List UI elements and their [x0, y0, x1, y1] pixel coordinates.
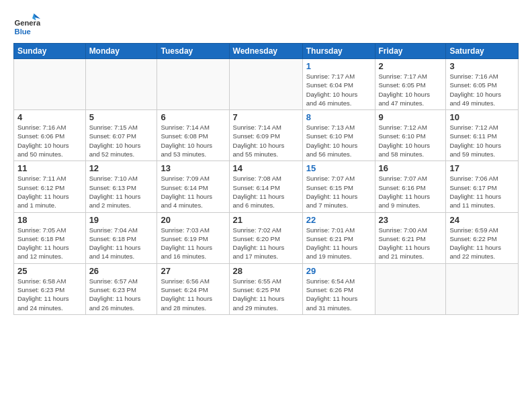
day-number: 17: [449, 163, 515, 173]
day-info: Sunrise: 7:07 AM Sunset: 6:16 PM Dayligh…: [379, 174, 443, 210]
day-number: 16: [379, 163, 443, 173]
day-number: 8: [306, 112, 371, 122]
day-number: 18: [17, 215, 82, 225]
day-number: 2: [379, 61, 443, 71]
day-number: 12: [89, 163, 154, 173]
day-number: 3: [449, 61, 515, 71]
calendar-cell: 1Sunrise: 7:17 AM Sunset: 6:04 PM Daylig…: [302, 59, 375, 110]
calendar-cell: 9Sunrise: 7:12 AM Sunset: 6:10 PM Daylig…: [375, 110, 446, 161]
day-info: Sunrise: 7:12 AM Sunset: 6:10 PM Dayligh…: [379, 123, 443, 158]
calendar-table: SundayMondayTuesdayWednesdayThursdayFrid…: [13, 43, 519, 315]
calendar-week-1: 4Sunrise: 7:16 AM Sunset: 6:06 PM Daylig…: [14, 110, 519, 161]
header: General Blue: [13, 11, 519, 38]
day-info: Sunrise: 6:55 AM Sunset: 6:25 PM Dayligh…: [233, 277, 299, 312]
day-info: Sunrise: 7:16 AM Sunset: 6:05 PM Dayligh…: [449, 72, 515, 107]
calendar-cell: [14, 59, 86, 110]
calendar-cell: 27Sunrise: 6:56 AM Sunset: 6:24 PM Dayli…: [157, 263, 229, 314]
calendar-cell: 4Sunrise: 7:16 AM Sunset: 6:06 PM Daylig…: [14, 110, 86, 161]
day-info: Sunrise: 6:56 AM Sunset: 6:24 PM Dayligh…: [161, 277, 225, 312]
calendar-cell: 29Sunrise: 6:54 AM Sunset: 6:26 PM Dayli…: [302, 263, 375, 314]
calendar-cell: 15Sunrise: 7:07 AM Sunset: 6:15 PM Dayli…: [302, 161, 375, 212]
logo-bird-icon: General Blue: [13, 11, 40, 38]
calendar-cell: 7Sunrise: 7:14 AM Sunset: 6:09 PM Daylig…: [229, 110, 302, 161]
calendar-week-2: 11Sunrise: 7:11 AM Sunset: 6:12 PM Dayli…: [14, 161, 519, 212]
weekday-header-sunday: Sunday: [14, 44, 86, 59]
day-number: 29: [306, 266, 371, 276]
calendar-week-0: 1Sunrise: 7:17 AM Sunset: 6:04 PM Daylig…: [14, 59, 519, 110]
weekday-header-friday: Friday: [375, 44, 446, 59]
calendar-header-row: SundayMondayTuesdayWednesdayThursdayFrid…: [14, 44, 519, 59]
day-number: 13: [161, 163, 225, 173]
day-number: 5: [89, 112, 154, 122]
day-info: Sunrise: 7:13 AM Sunset: 6:10 PM Dayligh…: [306, 123, 371, 158]
day-info: Sunrise: 7:00 AM Sunset: 6:21 PM Dayligh…: [379, 226, 443, 261]
day-info: Sunrise: 6:54 AM Sunset: 6:26 PM Dayligh…: [306, 277, 371, 312]
calendar-cell: 19Sunrise: 7:04 AM Sunset: 6:18 PM Dayli…: [85, 212, 157, 263]
calendar-cell: 12Sunrise: 7:10 AM Sunset: 6:13 PM Dayli…: [85, 161, 157, 212]
day-number: 15: [306, 163, 371, 173]
calendar-cell: 23Sunrise: 7:00 AM Sunset: 6:21 PM Dayli…: [375, 212, 446, 263]
calendar-cell: 13Sunrise: 7:09 AM Sunset: 6:14 PM Dayli…: [157, 161, 229, 212]
day-number: 10: [449, 112, 515, 122]
weekday-header-saturday: Saturday: [446, 44, 519, 59]
calendar-cell: 25Sunrise: 6:58 AM Sunset: 6:23 PM Dayli…: [14, 263, 86, 314]
calendar-cell: [157, 59, 229, 110]
weekday-header-tuesday: Tuesday: [157, 44, 229, 59]
day-info: Sunrise: 7:09 AM Sunset: 6:14 PM Dayligh…: [161, 174, 225, 210]
day-info: Sunrise: 7:17 AM Sunset: 6:05 PM Dayligh…: [379, 72, 443, 107]
calendar-cell: 6Sunrise: 7:14 AM Sunset: 6:08 PM Daylig…: [157, 110, 229, 161]
weekday-header-wednesday: Wednesday: [229, 44, 302, 59]
day-info: Sunrise: 7:01 AM Sunset: 6:21 PM Dayligh…: [306, 226, 371, 261]
day-info: Sunrise: 6:58 AM Sunset: 6:23 PM Dayligh…: [17, 277, 82, 312]
calendar-cell: [446, 263, 519, 314]
day-number: 22: [306, 215, 371, 225]
day-info: Sunrise: 7:06 AM Sunset: 6:17 PM Dayligh…: [449, 174, 515, 210]
svg-text:Blue: Blue: [15, 28, 31, 36]
calendar-cell: 20Sunrise: 7:03 AM Sunset: 6:19 PM Dayli…: [157, 212, 229, 263]
calendar-cell: 10Sunrise: 7:12 AM Sunset: 6:11 PM Dayli…: [446, 110, 519, 161]
day-info: Sunrise: 7:03 AM Sunset: 6:19 PM Dayligh…: [161, 226, 225, 261]
calendar-cell: [229, 59, 302, 110]
day-number: 7: [233, 112, 299, 122]
day-number: 11: [17, 163, 82, 173]
day-info: Sunrise: 7:05 AM Sunset: 6:18 PM Dayligh…: [17, 226, 82, 261]
calendar-cell: 22Sunrise: 7:01 AM Sunset: 6:21 PM Dayli…: [302, 212, 375, 263]
day-info: Sunrise: 7:08 AM Sunset: 6:14 PM Dayligh…: [233, 174, 299, 210]
calendar-cell: 8Sunrise: 7:13 AM Sunset: 6:10 PM Daylig…: [302, 110, 375, 161]
calendar-cell: 5Sunrise: 7:15 AM Sunset: 6:07 PM Daylig…: [85, 110, 157, 161]
day-number: 14: [233, 163, 299, 173]
day-info: Sunrise: 6:57 AM Sunset: 6:23 PM Dayligh…: [89, 277, 154, 312]
day-info: Sunrise: 6:59 AM Sunset: 6:22 PM Dayligh…: [449, 226, 515, 261]
day-info: Sunrise: 7:14 AM Sunset: 6:08 PM Dayligh…: [161, 123, 225, 158]
calendar-cell: 18Sunrise: 7:05 AM Sunset: 6:18 PM Dayli…: [14, 212, 86, 263]
calendar-cell: 24Sunrise: 6:59 AM Sunset: 6:22 PM Dayli…: [446, 212, 519, 263]
day-info: Sunrise: 7:14 AM Sunset: 6:09 PM Dayligh…: [233, 123, 299, 158]
day-info: Sunrise: 7:04 AM Sunset: 6:18 PM Dayligh…: [89, 226, 154, 261]
weekday-header-monday: Monday: [85, 44, 157, 59]
calendar-cell: 17Sunrise: 7:06 AM Sunset: 6:17 PM Dayli…: [446, 161, 519, 212]
day-number: 1: [306, 61, 371, 71]
weekday-header-thursday: Thursday: [302, 44, 375, 59]
calendar-cell: 11Sunrise: 7:11 AM Sunset: 6:12 PM Dayli…: [14, 161, 86, 212]
svg-text:General: General: [15, 19, 40, 27]
page: General Blue SundayMondayTuesdayWednesda…: [0, 0, 532, 411]
calendar-cell: 26Sunrise: 6:57 AM Sunset: 6:23 PM Dayli…: [85, 263, 157, 314]
calendar-cell: 3Sunrise: 7:16 AM Sunset: 6:05 PM Daylig…: [446, 59, 519, 110]
day-number: 25: [17, 266, 82, 276]
day-number: 27: [161, 266, 225, 276]
day-number: 4: [17, 112, 82, 122]
day-number: 21: [233, 215, 299, 225]
day-info: Sunrise: 7:02 AM Sunset: 6:20 PM Dayligh…: [233, 226, 299, 261]
day-number: 20: [161, 215, 225, 225]
day-info: Sunrise: 7:12 AM Sunset: 6:11 PM Dayligh…: [449, 123, 515, 158]
day-info: Sunrise: 7:17 AM Sunset: 6:04 PM Dayligh…: [306, 72, 371, 107]
calendar-cell: [85, 59, 157, 110]
calendar-cell: 21Sunrise: 7:02 AM Sunset: 6:20 PM Dayli…: [229, 212, 302, 263]
day-info: Sunrise: 7:15 AM Sunset: 6:07 PM Dayligh…: [89, 123, 154, 158]
calendar-week-4: 25Sunrise: 6:58 AM Sunset: 6:23 PM Dayli…: [14, 263, 519, 314]
day-number: 6: [161, 112, 225, 122]
calendar-cell: 14Sunrise: 7:08 AM Sunset: 6:14 PM Dayli…: [229, 161, 302, 212]
calendar-cell: [375, 263, 446, 314]
day-number: 19: [89, 215, 154, 225]
logo: General Blue: [13, 11, 40, 38]
